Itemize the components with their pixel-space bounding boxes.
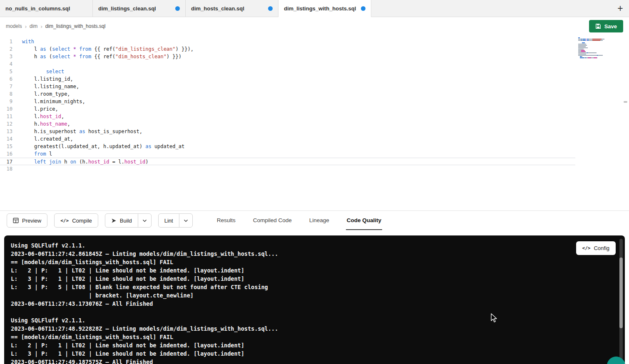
breadcrumb-separator-icon: › bbox=[40, 23, 42, 30]
code-editor[interactable]: 1with2 l as (select * from {{ ref("dim_l… bbox=[0, 35, 629, 211]
terminal-line: L: 2 | P: 1 | LT02 | Line should not be … bbox=[11, 266, 618, 275]
code-line[interactable]: 7 l.listing_name, bbox=[0, 83, 629, 90]
breadcrumb-segment[interactable]: models bbox=[6, 23, 22, 29]
token: greatest(l.updated_at, h.updated_at) bbox=[22, 144, 145, 149]
code-line[interactable]: 11 l.host_id, bbox=[0, 113, 629, 120]
code-line[interactable]: 6 l.listing_id, bbox=[0, 75, 629, 83]
minimap-seg bbox=[594, 57, 597, 58]
code-line[interactable]: 9 l.minimum_nights, bbox=[0, 98, 629, 105]
token: "dim_hosts_clean" bbox=[115, 54, 167, 59]
panel-tab-compiled-code[interactable]: Compiled Code bbox=[252, 211, 293, 230]
minimap-line bbox=[578, 56, 609, 57]
line-number: 2 bbox=[0, 45, 12, 53]
line-number: 13 bbox=[0, 128, 12, 135]
unsaved-changes-dot-icon bbox=[361, 6, 365, 11]
token: host_id bbox=[40, 114, 61, 119]
code-line[interactable]: 4 bbox=[0, 60, 629, 68]
save-button[interactable]: Save bbox=[589, 20, 623, 32]
preview-button[interactable]: Preview bbox=[7, 213, 47, 228]
minimap-seg bbox=[578, 50, 581, 51]
code-line[interactable]: 16 from l bbox=[0, 150, 629, 158]
lint-button[interactable]: Lint bbox=[158, 213, 179, 228]
terminal-scrollbar-thumb[interactable] bbox=[619, 258, 623, 328]
code-line[interactable]: 5 select bbox=[0, 68, 629, 75]
code-line[interactable]: 3 h as (select * from {{ ref("dim_hosts_… bbox=[0, 53, 629, 60]
save-icon bbox=[595, 23, 601, 29]
table-icon bbox=[13, 218, 19, 223]
new-tab-button[interactable]: + bbox=[612, 0, 629, 17]
panel-tab-lineage[interactable]: Lineage bbox=[308, 211, 330, 230]
minimap-seg bbox=[589, 39, 592, 40]
breadcrumb-segment[interactable]: dim bbox=[30, 23, 37, 29]
code-line[interactable]: 10 l.price, bbox=[0, 105, 629, 113]
token: select bbox=[46, 69, 64, 74]
breadcrumb-segment[interactable]: dim_listings_with_hosts.sql bbox=[45, 23, 106, 29]
token: ) }}), bbox=[176, 46, 194, 52]
panel-tab-results[interactable]: Results bbox=[216, 211, 236, 230]
token bbox=[22, 69, 46, 74]
terminal-scrollbar[interactable] bbox=[619, 239, 623, 364]
code-line[interactable]: 1with bbox=[0, 38, 629, 45]
token: as bbox=[145, 144, 151, 149]
line-number: 9 bbox=[0, 98, 12, 105]
token: select bbox=[52, 46, 70, 52]
terminal-line: == [models/dim/dim_listings_with_hosts.s… bbox=[11, 258, 618, 266]
token: l bbox=[46, 151, 52, 157]
build-button[interactable]: Build bbox=[105, 213, 138, 228]
minimap-seg bbox=[602, 39, 604, 40]
token: host_id bbox=[124, 159, 146, 165]
token: as bbox=[40, 54, 46, 59]
editor-scrollbar[interactable] bbox=[624, 101, 627, 103]
editor-tab-4[interactable]: dim_listings_with_hosts.sql bbox=[278, 0, 371, 17]
lint-dropdown-button[interactable] bbox=[179, 213, 193, 228]
tab-label: dim_hosts_clean.sql bbox=[191, 5, 244, 12]
panel-tab-code-quality[interactable]: Code Quality bbox=[346, 211, 382, 230]
minimap-seg bbox=[580, 57, 584, 58]
minimap[interactable] bbox=[578, 37, 609, 60]
line-number: 8 bbox=[0, 90, 12, 98]
code-line[interactable]: 13 h.is_superhost as host_is_superhost, bbox=[0, 128, 629, 135]
build-dropdown-button[interactable] bbox=[138, 213, 152, 228]
terminal-line bbox=[11, 308, 618, 316]
code-line[interactable]: 2 l as (select * from {{ ref("dim_listin… bbox=[0, 45, 629, 53]
code-text: h as (select * from {{ ref("dim_hosts_cl… bbox=[12, 53, 181, 60]
minimap-seg bbox=[582, 56, 582, 57]
code-line[interactable]: 18 bbox=[0, 165, 629, 173]
token: "dim_listings_clean" bbox=[115, 46, 176, 52]
code-line[interactable]: 15 greatest(l.updated_at, h.updated_at) … bbox=[0, 143, 629, 150]
token: l bbox=[22, 46, 40, 52]
minimap-line bbox=[578, 59, 609, 59]
code-text: l.minimum_nights, bbox=[12, 98, 85, 105]
terminal-line: L: 3 | P: 1 | LT02 | Line should not be … bbox=[11, 349, 618, 358]
editor-tab-2[interactable]: dim_listings_clean.sql bbox=[93, 0, 186, 17]
line-number: 14 bbox=[0, 135, 12, 143]
terminal-line: L: 3 | P: 5 | LT08 | Blank line expected… bbox=[11, 283, 618, 291]
build-button-label: Build bbox=[120, 218, 132, 224]
config-button[interactable]: </> Config bbox=[576, 241, 616, 255]
code-text: select bbox=[12, 68, 64, 75]
editor-tab-1[interactable]: no_nulls_in_columns.sql bbox=[0, 0, 93, 17]
minimap-seg bbox=[578, 40, 581, 41]
code-line[interactable]: 14 l.created_at, bbox=[0, 135, 629, 143]
token bbox=[70, 54, 73, 59]
compile-button[interactable]: </> Compile bbox=[54, 213, 98, 228]
editor-tab-3[interactable]: dim_hosts_clean.sql bbox=[186, 0, 278, 17]
token: ( bbox=[46, 46, 52, 52]
code-text: l.created_at, bbox=[12, 135, 73, 143]
token: ) }}) bbox=[167, 54, 181, 59]
token: updated_at bbox=[152, 144, 184, 149]
token: host_name bbox=[40, 121, 67, 127]
token: ) bbox=[145, 159, 148, 165]
minimap-line bbox=[578, 40, 609, 41]
code-lines: 1with2 l as (select * from {{ ref("dim_l… bbox=[0, 38, 629, 173]
code-line[interactable]: 12 h.host_name, bbox=[0, 120, 629, 128]
code-line[interactable]: 8 l.room_type, bbox=[0, 90, 629, 98]
minimap-line bbox=[578, 47, 609, 48]
code-line[interactable]: 17 left join h on (h.host_id = l.host_id… bbox=[0, 158, 575, 165]
action-toolbar: Preview </> Compile Build Lint bbox=[0, 211, 629, 230]
minimap-seg bbox=[583, 40, 586, 41]
token: (h. bbox=[76, 159, 88, 165]
token: from bbox=[34, 151, 46, 157]
token: l.listing_name, bbox=[22, 84, 79, 89]
minimap-seg bbox=[578, 44, 586, 45]
